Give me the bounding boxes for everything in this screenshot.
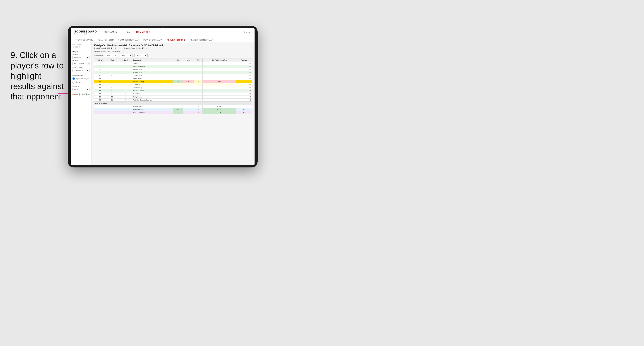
conference-select[interactable]: (All) (120, 54, 133, 57)
table-row[interactable]: 19106Emily Chang⊡ (94, 96, 252, 99)
division-record: Division Record: 331 - 34 - 6 (124, 47, 146, 49)
opponent-view-options: Opponents Played Top 100 (72, 77, 90, 83)
division-label: Division (72, 60, 90, 62)
nav-links: TOURNAMENTS TEAMS COMMITTEE (102, 30, 242, 34)
nav-tournaments[interactable]: TOURNAMENTS (102, 30, 120, 34)
colour-level (79, 93, 80, 96)
gender-label: Gender (72, 53, 90, 55)
col-div: # Div (94, 58, 106, 62)
logo-title: SCOREBOARD (74, 30, 97, 33)
table-row[interactable]: 131Haejo Hyun⊡ (94, 77, 252, 80)
ncaa-div2-row[interactable]: NCAA Division 2 5 0 0 7.400 10 (94, 111, 252, 114)
radio-opponents-played[interactable]: Opponents Played (72, 77, 90, 80)
main-content: Last Updated: 27/03/2024 16:55:28 Player… (71, 42, 254, 165)
tab-player-h2h-heatmap[interactable]: PLAYER H2H HEATMAP (188, 38, 215, 42)
table-row[interactable]: 522Alexis Sudjianto⊡ (94, 65, 252, 68)
logo-subtitle: Powered by clippd (74, 33, 97, 35)
division-select[interactable]: NCAA Division III (72, 62, 90, 65)
tab-player-h2h-grid[interactable]: PLAYER H2H GRID (164, 38, 188, 42)
player-rank-label: Player (Rank) (72, 66, 90, 68)
opponents-label: Opponents: (94, 54, 103, 56)
nav-teams[interactable]: TEAMS (124, 30, 132, 34)
table-row[interactable]: 20117Federica Domecq Lacroze⊡ (94, 99, 252, 102)
record-row: Overall Record: 353 - 34 - 6 Division Re… (94, 47, 252, 49)
naia-row[interactable]: NAIA Division 1 15 0 0 9.267 30 (94, 108, 252, 111)
last-updated: Last Updated: 27/03/2024 16:55:28 (72, 44, 90, 49)
colour-legend: Down Level Up (72, 93, 90, 96)
opponent-filter: Opponent (112, 50, 120, 52)
logo: SCOREBOARD Powered by clippd (74, 30, 97, 35)
col-tie: Tie (194, 58, 202, 62)
out-of-division-header: Out of division (94, 102, 252, 105)
table-row[interactable]: 1063Andrea York⊡ (94, 74, 252, 77)
player-rank-select[interactable]: 8. Katelyn Vo (72, 69, 90, 72)
region-select[interactable]: (All) (105, 54, 118, 57)
opponent-select[interactable]: (All) (134, 54, 148, 57)
colour-up (86, 93, 87, 96)
highlighted-row[interactable]: 13 1 Jessica Huang 0 1 0 -3.00 2 (94, 80, 252, 83)
colour-down (72, 93, 74, 96)
overall-record: Overall Record: 353 - 34 - 6 (94, 47, 116, 49)
col-win: Win (173, 58, 183, 62)
region-filter: Region (94, 50, 100, 52)
colour-by-label: Colour by (72, 85, 90, 87)
table-row[interactable]: 1474Eunice Yi⊡ (94, 83, 252, 86)
col-reg: # Reg (106, 58, 118, 62)
tab-team-h2h-heatmap[interactable]: TEAM H2H HEATMAP (116, 38, 141, 42)
col-opponent: Opponent (132, 58, 173, 62)
table-row[interactable]: 613Sydney Kuo⊡ (94, 68, 252, 71)
table-row[interactable]: 1585Stella Chang⊡ (94, 86, 252, 89)
foreign-team-row[interactable]: Foreign Team 1 0 0 4.500 2 (94, 105, 252, 108)
nav-committee[interactable]: COMMITTEE (136, 30, 150, 34)
col-diff: Diff Av Strokes/Rnd (202, 58, 236, 62)
sub-nav: TEAM SUMMARY TEAM H2H GRID TEAM H2H HEAT… (71, 36, 254, 42)
player-section-title: Player (72, 50, 90, 52)
opponent-view-label: Opponent view (72, 75, 90, 77)
table-row[interactable]: 914Sharon Mun⊡ (94, 71, 252, 74)
right-content: Katelyn Vo Head-to-Head Grid for Women's… (92, 42, 254, 165)
table-row[interactable]: 1691Jessica Mason⊡ (94, 89, 252, 92)
tab-team-h2h-grid[interactable]: TEAM H2H GRID (96, 38, 116, 42)
annotation-text: 9. Click on a player's row to highlight … (10, 50, 65, 102)
conference-filter: Conference (101, 50, 110, 52)
table-row[interactable]: 1822Euna Lee⊡ (94, 92, 252, 96)
radio-top-100[interactable]: Top 100 (72, 81, 90, 83)
filters-row: Region Conference Opponent (94, 50, 252, 52)
colour-by-select[interactable]: Win/loss (72, 88, 90, 91)
tab-team-summary[interactable]: TEAM SUMMARY (74, 38, 96, 42)
nav-bar: SCOREBOARD Powered by clippd TOURNAMENTS… (71, 28, 254, 36)
left-panel: Last Updated: 27/03/2024 16:55:28 Player… (71, 42, 92, 165)
table-row[interactable]: 31Esther Lee⊡ (94, 62, 252, 65)
h2h-table: # Div # Reg # Conf Opponent Win Loss Tie… (94, 58, 252, 114)
col-rounds: Rounds (236, 58, 252, 62)
grid-title: Katelyn Vo Head-to-Head Grid for Women's… (94, 44, 252, 47)
col-loss: Loss (183, 58, 194, 62)
gender-select[interactable]: Women's (72, 56, 90, 59)
tab-player-summary[interactable]: PLAYER SUMMARY (141, 38, 164, 42)
nav-sign-out[interactable]: | Sign out (242, 31, 251, 33)
col-conf: # Conf (118, 58, 132, 62)
